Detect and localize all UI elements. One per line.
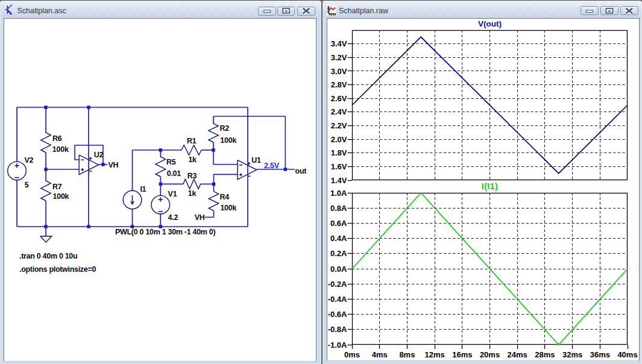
svg-text:24ms: 24ms	[508, 350, 527, 359]
svg-text:5: 5	[25, 181, 29, 189]
svg-text:100k: 100k	[220, 204, 236, 212]
svg-text:R7: R7	[52, 183, 62, 191]
svg-text:4ms: 4ms	[372, 350, 388, 359]
svg-text:R1: R1	[187, 137, 197, 145]
svg-text:R3: R3	[187, 172, 197, 180]
svg-text:4.2: 4.2	[168, 213, 178, 222]
svg-text:U1: U1	[251, 156, 261, 165]
svg-text:1k: 1k	[188, 189, 197, 198]
svg-text:U2: U2	[94, 151, 104, 159]
svg-text:100k: 100k	[52, 145, 69, 154]
svg-text:VH: VH	[195, 213, 205, 222]
svg-text:0ms: 0ms	[344, 350, 360, 359]
svg-text:V1: V1	[168, 190, 177, 198]
svg-text:.options plotwinsize=0: .options plotwinsize=0	[19, 265, 96, 274]
svg-text:2.6V: 2.6V	[331, 94, 347, 103]
svg-text:.tran 0 40m 0 10u: .tran 0 40m 0 10u	[19, 252, 77, 260]
svg-text:0.6A: 0.6A	[330, 219, 347, 228]
svg-text:V(out): V(out)	[478, 19, 502, 28]
svg-text:32ms: 32ms	[562, 350, 582, 359]
svg-text:3.0V: 3.0V	[331, 67, 347, 76]
svg-text:2.5V: 2.5V	[264, 162, 280, 170]
svg-text:36ms: 36ms	[590, 350, 610, 359]
svg-text:1.6V: 1.6V	[331, 162, 347, 171]
svg-text:2.2V: 2.2V	[331, 121, 347, 130]
svg-text:100k: 100k	[53, 192, 69, 201]
svg-text:VH: VH	[109, 161, 119, 169]
svg-text:R2: R2	[220, 124, 230, 133]
svg-text:40ms: 40ms	[617, 350, 637, 359]
svg-text:20ms: 20ms	[480, 350, 500, 359]
svg-text:-1.0A: -1.0A	[328, 340, 347, 350]
svg-text:R5: R5	[166, 158, 176, 166]
svg-text:I1: I1	[140, 185, 146, 193]
svg-text:I(I1): I(I1)	[482, 181, 498, 191]
svg-text:-0.8A: -0.8A	[328, 325, 347, 334]
svg-text:-0.2A: -0.2A	[328, 280, 347, 289]
svg-text:0.01: 0.01	[167, 169, 181, 178]
svg-text:V2: V2	[25, 156, 34, 165]
svg-text:1.8V: 1.8V	[331, 148, 347, 157]
svg-text:0.2A: 0.2A	[330, 249, 347, 258]
svg-text:PWL(0 0 10m 1 30m -1 40m 0): PWL(0 0 10m 1 30m -1 40m 0)	[115, 228, 215, 236]
svg-text:R4: R4	[219, 193, 229, 201]
svg-text:3.4V: 3.4V	[331, 39, 347, 48]
svg-text:100k: 100k	[220, 136, 236, 145]
svg-text:2.4V: 2.4V	[331, 107, 347, 116]
svg-text:-0.6A: -0.6A	[328, 310, 347, 319]
svg-text:0.8A: 0.8A	[330, 204, 347, 213]
svg-text:8ms: 8ms	[399, 350, 415, 359]
svg-text:2.0V: 2.0V	[331, 135, 347, 144]
svg-text:1.4V: 1.4V	[331, 176, 347, 185]
svg-text:12ms: 12ms	[424, 350, 444, 359]
svg-text:out: out	[295, 167, 307, 175]
svg-text:-0.4A: -0.4A	[328, 295, 347, 304]
svg-text:2.8V: 2.8V	[331, 80, 347, 89]
svg-text:28ms: 28ms	[535, 350, 555, 359]
svg-text:3.2V: 3.2V	[331, 53, 347, 62]
svg-text:1k: 1k	[188, 155, 197, 164]
svg-text:0.4A: 0.4A	[330, 234, 347, 243]
svg-text:R6: R6	[52, 134, 62, 143]
svg-text:1.0A: 1.0A	[330, 189, 347, 198]
svg-text:16ms: 16ms	[452, 350, 472, 359]
svg-text:0.0A: 0.0A	[330, 265, 347, 274]
